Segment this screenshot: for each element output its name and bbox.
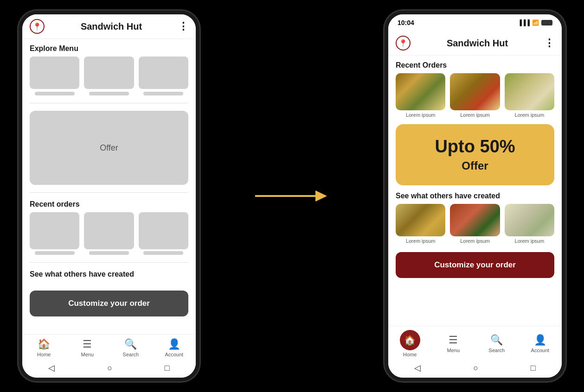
status-time: 10:04	[398, 19, 414, 26]
home-label-left: Home	[37, 352, 51, 357]
nav-menu-left[interactable]: ☰ Menu	[76, 338, 99, 357]
offer-banner: Upto 50% Offer	[396, 124, 554, 185]
community-label-2: Lorem ipsum	[460, 238, 490, 244]
home-gesture-left: ○	[107, 363, 112, 373]
home-icon-right: 🏠	[400, 330, 420, 350]
offer-sub-text: Offer	[405, 159, 545, 172]
recent-order-label-right-1: Lorem ipsum	[406, 112, 436, 118]
bottom-nav-right: 🏠 Home ☰ Menu 🔍 Search 👤 Account	[388, 326, 562, 359]
search-label-left: Search	[122, 352, 139, 357]
divider-1	[30, 103, 188, 103]
explore-line-1	[35, 92, 75, 95]
home-icon-left: 🏠	[38, 338, 50, 350]
account-icon-right: 👤	[534, 334, 546, 346]
wifi-icon: 📶	[532, 19, 539, 26]
scroll-area-left: Explore Menu	[22, 39, 196, 334]
offer-big-text: Upto 50%	[405, 137, 545, 157]
recent-order-img-3	[139, 212, 188, 249]
explore-grid	[30, 57, 188, 95]
nav-account-right[interactable]: 👤 Account	[528, 334, 552, 353]
divider-3	[30, 262, 188, 263]
phone-right: 10:04 ▐▐▐ 📶 📍 Sandwich Hut ⋮ Recent Orde…	[385, 11, 565, 381]
recent-orders-row-left	[30, 212, 188, 255]
recent-order-label-right-3: Lorem ipsum	[515, 112, 545, 118]
community-label-3: Lorem ipsum	[515, 238, 545, 244]
menu-icon-right: ☰	[449, 334, 458, 346]
search-icon-left: 🔍	[124, 338, 137, 350]
recent-orders-section-right: Recent Orders Lorem ipsum Lorem ipsum Lo…	[396, 61, 554, 118]
customize-btn-right[interactable]: Customize your order	[396, 252, 554, 278]
recent-orders-section-left: Recent orders	[30, 200, 188, 255]
community-item-1[interactable]: Lorem ipsum	[396, 204, 445, 244]
recent-order-item-right-2[interactable]: Lorem ipsum	[450, 73, 500, 118]
phone-left: 📍 Sandwich Hut ⋮ Explore Menu	[19, 11, 199, 381]
community-item-2[interactable]: Lorem ipsum	[450, 204, 500, 244]
signal-icon: ▐▐▐	[518, 19, 530, 26]
battery-icon	[541, 20, 552, 25]
recent-order-img-right-2	[450, 73, 500, 110]
recent-order-img-right-3	[505, 73, 554, 110]
account-icon-left: 👤	[168, 338, 180, 350]
account-label-left: Account	[165, 352, 183, 357]
app-title-left: Sandwich Hut	[45, 21, 178, 32]
more-icon-right[interactable]: ⋮	[544, 37, 554, 49]
explore-item-2	[84, 57, 134, 95]
recent-order-line-2	[89, 251, 129, 255]
customize-btn-left[interactable]: Customize your order	[30, 291, 188, 316]
nav-account-left[interactable]: 👤 Account	[162, 338, 186, 357]
explore-menu-section: Explore Menu	[30, 44, 188, 95]
recent-order-item-1[interactable]	[30, 212, 79, 255]
recent-order-item-right-3[interactable]: Lorem ipsum	[505, 73, 554, 118]
nav-home-left[interactable]: 🏠 Home	[32, 338, 56, 357]
divider-2	[30, 192, 188, 193]
status-icons: ▐▐▐ 📶	[518, 19, 552, 26]
nav-search-right[interactable]: 🔍 Search	[485, 334, 508, 353]
recent-order-item-right-1[interactable]: Lorem ipsum	[396, 73, 445, 118]
community-img-1	[396, 204, 445, 236]
back-gesture-left: ◁	[48, 363, 55, 373]
home-gesture-right: ○	[473, 363, 478, 373]
explore-item-3	[139, 57, 188, 95]
community-item-3[interactable]: Lorem ipsum	[505, 204, 554, 244]
community-label-1: Lorem ipsum	[406, 238, 436, 244]
svg-marker-1	[315, 190, 327, 202]
arrow-svg	[255, 187, 329, 205]
gesture-bar-right: ◁ ○ □	[388, 359, 562, 378]
recent-order-item-2[interactable]	[84, 212, 134, 255]
app-title-right: Sandwich Hut	[411, 38, 544, 49]
nav-menu-right[interactable]: ☰ Menu	[442, 334, 465, 353]
recent-order-img-1	[30, 212, 79, 249]
home-label-right: Home	[403, 352, 417, 357]
more-icon-left[interactable]: ⋮	[178, 20, 188, 32]
menu-label-left: Menu	[81, 352, 94, 357]
community-section-right: See what others have created Lorem ipsum…	[396, 192, 554, 244]
back-gesture-right: ◁	[414, 363, 421, 373]
recent-order-item-3[interactable]	[139, 212, 188, 255]
scroll-area-right: Recent Orders Lorem ipsum Lorem ipsum Lo…	[388, 56, 562, 326]
explore-line-2	[89, 92, 129, 95]
community-row-right: Lorem ipsum Lorem ipsum Lorem ipsum	[396, 204, 554, 244]
menu-label-right: Menu	[447, 348, 460, 353]
arrow-container	[199, 187, 385, 205]
recent-gesture-left: □	[165, 363, 170, 373]
explore-box-1	[30, 57, 79, 89]
explore-menu-title: Explore Menu	[30, 44, 188, 53]
explore-item-1	[30, 57, 79, 95]
recent-order-line-3	[143, 251, 183, 255]
recent-gesture-right: □	[531, 363, 536, 373]
scene: 📍 Sandwich Hut ⋮ Explore Menu	[0, 0, 584, 392]
explore-box-3	[139, 57, 188, 89]
recent-order-label-right-2: Lorem ipsum	[460, 112, 490, 118]
recent-orders-row-right: Lorem ipsum Lorem ipsum Lorem ipsum	[396, 73, 554, 118]
nav-home-right[interactable]: 🏠 Home	[398, 330, 422, 357]
status-bar-right: 10:04 ▐▐▐ 📶	[388, 14, 562, 31]
explore-line-3	[143, 92, 183, 95]
top-bar-right: 📍 Sandwich Hut ⋮	[388, 31, 562, 56]
menu-icon-left: ☰	[83, 338, 92, 350]
account-label-right: Account	[531, 348, 549, 353]
offer-box-wire: Offer	[30, 111, 188, 185]
recent-orders-title-left: Recent orders	[30, 200, 188, 209]
nav-search-left[interactable]: 🔍 Search	[119, 338, 142, 357]
bottom-nav-left: 🏠 Home ☰ Menu 🔍 Search 👤 Account	[22, 334, 196, 359]
top-bar-left: 📍 Sandwich Hut ⋮	[22, 14, 196, 39]
